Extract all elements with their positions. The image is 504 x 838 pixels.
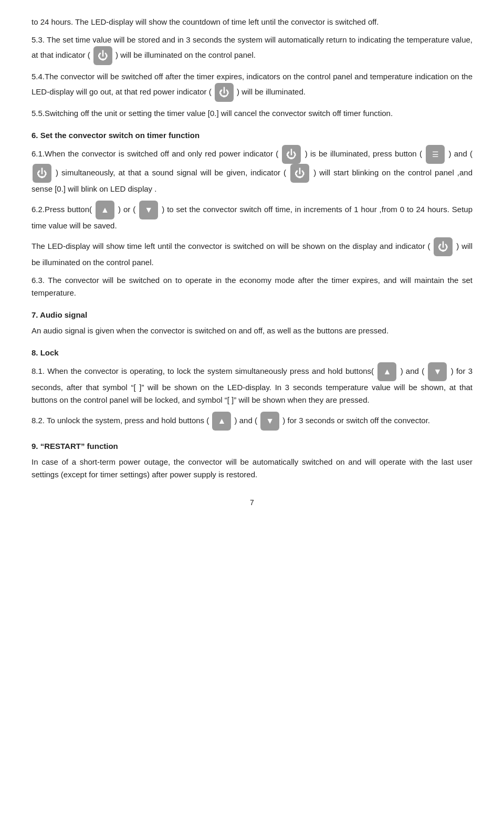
- section-6-2: 6.2.Press button( ) or ( ) to set the co…: [32, 201, 472, 232]
- section-6-title: 6. Set the convector switch on timer fun…: [32, 129, 472, 142]
- down-icon-2: [428, 362, 447, 381]
- power-icon-6: [434, 237, 453, 256]
- up-icon-1: [96, 201, 114, 219]
- text-6-1-mid2: ) and (: [448, 149, 472, 158]
- down-icon-3: [260, 412, 279, 431]
- page-content: to 24 hours. The LED-display will show t…: [32, 16, 472, 508]
- text-5-3-after: ) will be illuminated on the control pan…: [116, 50, 256, 59]
- text-8-1-mid1: ) and (: [401, 366, 425, 375]
- power-icon-2: [215, 83, 234, 102]
- text-6-1-mid3: ) simultaneously, at that a sound signal…: [56, 168, 286, 177]
- text-6-2-before: 6.2.Press button(: [32, 205, 92, 214]
- power-icon-1: [93, 46, 112, 65]
- section-8-2: 8.2. To unlock the system, press and hol…: [32, 412, 472, 431]
- section-6-2b: The LED-display will show time left unti…: [32, 237, 472, 269]
- text-8-2-before: 8.2. To unlock the system, press and hol…: [32, 416, 209, 425]
- up-icon-3: [212, 412, 231, 431]
- section-6-1: 6.1.When the convector is switched off a…: [32, 145, 472, 195]
- section-9-title: 9. “RESTART” function: [32, 440, 472, 453]
- text-8-2-after: ) for 3 seconds or switch off the convec…: [282, 416, 430, 425]
- text-5-4-after: ) will be illuminated.: [237, 87, 306, 96]
- section-7-title: 7. Audio signal: [32, 309, 472, 321]
- section-9-body: In case of a short-term power outage, th…: [32, 456, 472, 481]
- section-6-3: 6.3. The convector will be switched on t…: [32, 274, 472, 299]
- section-8-1: 8.1. When the convector is operating, to…: [32, 362, 472, 406]
- text-6-2b-before: The LED-display will show time left unti…: [32, 242, 430, 250]
- section-8-title: 8. Lock: [32, 347, 472, 359]
- up-icon-2: [377, 362, 396, 381]
- section-5-3: 5.3. The set time value will be stored a…: [32, 34, 472, 65]
- text-6-2-mid1: ) or (: [118, 205, 135, 214]
- down-icon-1: [139, 201, 158, 219]
- power-icon-5: [290, 164, 309, 183]
- section-7-body: An audio signal is given when the convec…: [32, 324, 472, 337]
- mode-icon-1: [426, 145, 445, 164]
- intro-text: to 24 hours. The LED-display will show t…: [32, 16, 472, 28]
- power-icon-3: [282, 145, 301, 164]
- text-6-1-before: 6.1.When the convector is switched off a…: [32, 149, 278, 158]
- section-5-5: 5.5.Switching off the unit or setting th…: [32, 107, 472, 120]
- text-8-2-mid1: ) and (: [235, 416, 257, 425]
- power-icon-4: [33, 164, 51, 183]
- page-number: 7: [32, 497, 472, 508]
- text-8-1-before: 8.1. When the convector is operating, to…: [32, 366, 374, 375]
- text-6-1-mid1: ) is be illuminated, press button (: [305, 149, 422, 158]
- section-5-4: 5.4.The convector will be switched off a…: [32, 70, 472, 102]
